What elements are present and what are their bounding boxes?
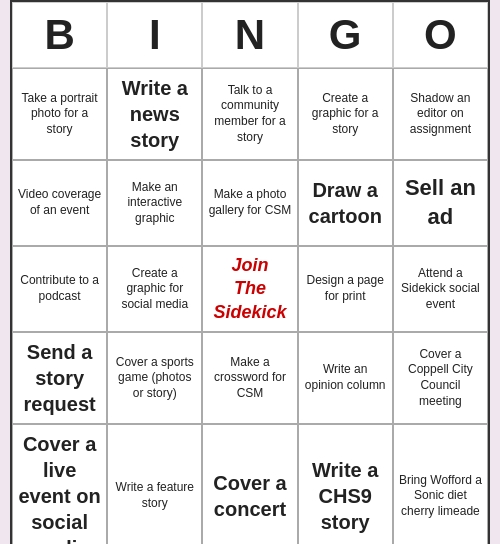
bingo-cell-2[interactable]: Talk to a community member for a story bbox=[202, 68, 297, 160]
bingo-cell-0[interactable]: Take a portrait photo for a story bbox=[12, 68, 107, 160]
bingo-header: B I N G O bbox=[12, 2, 488, 68]
bingo-cell-5[interactable]: Video coverage of an event bbox=[12, 160, 107, 246]
header-n: N bbox=[202, 2, 297, 68]
bingo-cell-21[interactable]: Write a feature story bbox=[107, 424, 202, 544]
bingo-cell-16[interactable]: Cover a sports game (photos or story) bbox=[107, 332, 202, 424]
bingo-cell-6[interactable]: Make an interactive graphic bbox=[107, 160, 202, 246]
bingo-cell-22[interactable]: Cover a concert bbox=[202, 424, 297, 544]
bingo-cell-10[interactable]: Contribute to a podcast bbox=[12, 246, 107, 332]
bingo-cell-11[interactable]: Create a graphic for social media bbox=[107, 246, 202, 332]
bingo-cell-7[interactable]: Make a photo gallery for CSM bbox=[202, 160, 297, 246]
bingo-cell-1[interactable]: Write a news story bbox=[107, 68, 202, 160]
header-i: I bbox=[107, 2, 202, 68]
bingo-grid: Take a portrait photo for a storyWrite a… bbox=[12, 68, 488, 544]
bingo-cell-14[interactable]: Attend a Sidekick social event bbox=[393, 246, 488, 332]
bingo-cell-17[interactable]: Make a crossword for CSM bbox=[202, 332, 297, 424]
bingo-cell-23[interactable]: Write a CHS9 story bbox=[298, 424, 393, 544]
header-b: B bbox=[12, 2, 107, 68]
header-g: G bbox=[298, 2, 393, 68]
bingo-cell-3[interactable]: Create a graphic for a story bbox=[298, 68, 393, 160]
bingo-cell-18[interactable]: Write an opinion column bbox=[298, 332, 393, 424]
bingo-card: B I N G O Take a portrait photo for a st… bbox=[10, 0, 490, 544]
bingo-cell-8[interactable]: Draw a cartoon bbox=[298, 160, 393, 246]
header-o: O bbox=[393, 2, 488, 68]
bingo-cell-19[interactable]: Cover a Coppell City Council meeting bbox=[393, 332, 488, 424]
bingo-cell-9[interactable]: Sell an ad bbox=[393, 160, 488, 246]
bingo-cell-15[interactable]: Send a story request bbox=[12, 332, 107, 424]
bingo-cell-4[interactable]: Shadow an editor on assignment bbox=[393, 68, 488, 160]
bingo-cell-12[interactable]: JoinTheSidekick bbox=[202, 246, 297, 332]
bingo-cell-24[interactable]: Bring Wofford a Sonic diet cherry limead… bbox=[393, 424, 488, 544]
bingo-cell-20[interactable]: Cover a live event on social media bbox=[12, 424, 107, 544]
bingo-cell-13[interactable]: Design a page for print bbox=[298, 246, 393, 332]
